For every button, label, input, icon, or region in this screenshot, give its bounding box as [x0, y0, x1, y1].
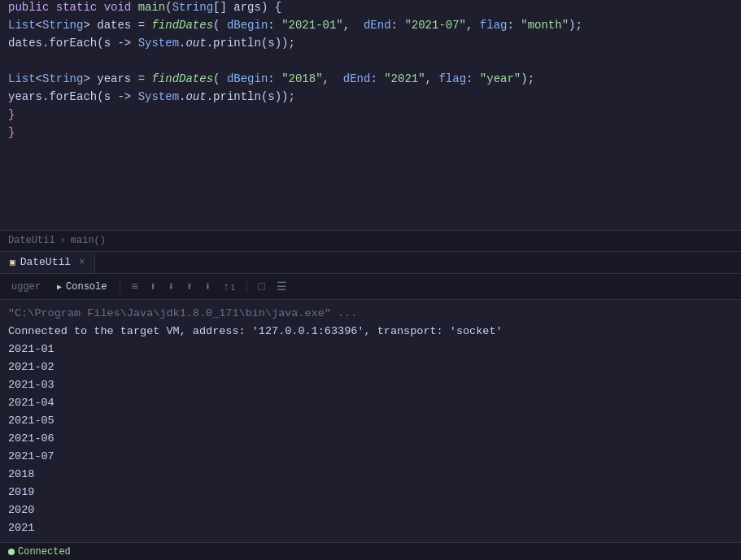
output-line: 2021 — [8, 519, 733, 537]
output-line: "C:\Program Files\Java\jdk1.8.0_171\bin\… — [8, 305, 733, 323]
output-line: 2021-04 — [8, 394, 733, 412]
console-tab[interactable]: ▶ Console — [52, 280, 111, 294]
tab-label: DateUtil — [20, 256, 71, 268]
output-line: 2021-02 — [8, 358, 733, 376]
tab-bar: ▣ DateUtil × — [0, 252, 741, 274]
breadcrumb-class: DateUtil — [8, 235, 55, 246]
code-line: List<String> years = findDates( dBegin: … — [0, 72, 741, 89]
status-indicator — [8, 549, 15, 555]
output-line: 2021-01 — [8, 341, 733, 358]
tab-close-button[interactable]: × — [79, 257, 85, 268]
connection-status: Connected — [8, 546, 71, 558]
console-panel: ugger ▶ Console ≡ ⬆ ⬇ ⬆ ⬇ ↑₁ □ ☰ "C:\Pro… — [0, 274, 741, 542]
output-line: 2021-03 — [8, 376, 733, 394]
tab-dateutil[interactable]: ▣ DateUtil × — [0, 252, 95, 273]
code-line: } — [0, 125, 741, 143]
breadcrumb-sep: › — [60, 235, 66, 246]
output-line: 2021-07 — [8, 448, 733, 466]
status-bar: Connected — [0, 542, 741, 560]
output-line: 2020 — [8, 501, 733, 519]
output-line: 2021-06 — [8, 430, 733, 448]
console-play-icon: ▶ — [57, 282, 62, 292]
toolbar-separator — [120, 280, 120, 293]
breadcrumb-bar: DateUtil › main() — [0, 230, 741, 251]
output-line: 2021-05 — [8, 412, 733, 430]
toolbar-down2-icon[interactable]: ⬇ — [202, 278, 213, 295]
output-line: 2019 — [8, 484, 733, 501]
toolbar-list-icon[interactable]: ☰ — [274, 278, 290, 295]
toolbar-down1-icon[interactable]: ⬇ — [165, 278, 177, 295]
toolbar-filter-icon[interactable]: ↑₁ — [220, 278, 239, 295]
code-line: dates.forEach(s -> System.out.println(s)… — [0, 36, 741, 54]
toolbar-up1-icon[interactable]: ⬆ — [147, 278, 159, 295]
debugger-tab[interactable]: ugger — [7, 280, 46, 294]
console-output: "C:\Program Files\Java\jdk1.8.0_171\bin\… — [0, 300, 741, 542]
toolbar-sep2 — [246, 280, 247, 293]
code-line: years.forEach(s -> System.out.println(s)… — [0, 89, 741, 107]
code-line: List<String> dates = findDates( dBegin: … — [0, 18, 741, 36]
debugger-label: ugger — [11, 281, 41, 293]
console-label: Console — [66, 281, 107, 293]
output-line: 2018 — [8, 466, 733, 484]
code-line: public static void main(String[] args) { — [0, 0, 741, 18]
code-editor[interactable]: public static void main(String[] args) {… — [0, 0, 741, 230]
tab-icon: ▣ — [10, 257, 15, 267]
code-line — [0, 54, 741, 72]
code-line: } — [0, 107, 741, 125]
toolbar-stop-icon[interactable]: □ — [255, 279, 267, 295]
connected-label: Connected — [18, 546, 71, 558]
breadcrumb-method: main() — [71, 235, 106, 246]
output-line: Connected to the target VM, address: '12… — [8, 323, 733, 341]
toolbar-up2-icon[interactable]: ⬆ — [184, 278, 195, 295]
toolbar-menu-icon[interactable]: ≡ — [129, 279, 140, 295]
console-toolbar: ugger ▶ Console ≡ ⬆ ⬇ ⬆ ⬇ ↑₁ □ ☰ — [0, 274, 741, 300]
